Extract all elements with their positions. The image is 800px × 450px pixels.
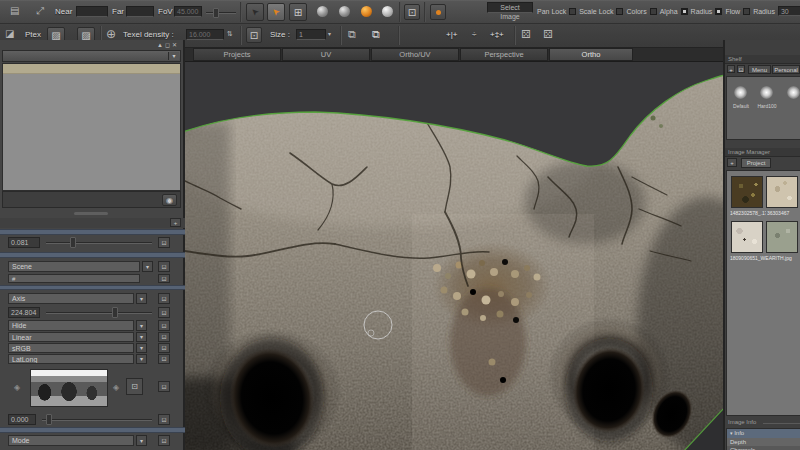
alpha-checkbox[interactable] <box>681 8 688 15</box>
radius-lock-checkbox[interactable] <box>715 8 722 15</box>
select-tool-button[interactable]: ➤ <box>246 3 264 21</box>
slider2-value[interactable]: 224.804 <box>8 307 40 318</box>
reset-button[interactable]: ⊡ <box>158 307 170 318</box>
size-box-button[interactable]: ⊡ <box>246 27 262 43</box>
colors-checkbox[interactable] <box>650 8 657 15</box>
reset-button[interactable]: ⊡ <box>158 343 170 353</box>
jitter-dice-dot-icon[interactable]: ⚄ <box>543 28 553 41</box>
info-row-info[interactable]: ▾ Info <box>727 429 800 438</box>
measure-icon[interactable]: ⤢ <box>36 5 44 17</box>
reset-button[interactable]: ⊡ <box>158 332 170 342</box>
shading-sphere-4-button[interactable] <box>382 6 393 17</box>
linear-dropdown[interactable]: Linear <box>8 332 134 342</box>
shading-sphere-2-button[interactable] <box>339 6 350 17</box>
reset-button[interactable]: ⊡ <box>158 261 170 272</box>
radius-value-field[interactable]: 30 <box>778 6 800 16</box>
reset-button[interactable]: ⊡ <box>158 293 170 304</box>
roller-icon[interactable]: ◪ <box>5 28 14 39</box>
symmetry-xy-icon[interactable]: +‡+ <box>490 30 504 40</box>
copy-icon[interactable]: ⧉ <box>348 28 356 41</box>
selected-list-item[interactable] <box>3 64 180 74</box>
tab-ortho-uv[interactable]: Ortho/UV <box>371 48 459 61</box>
image-thumbnail-4[interactable] <box>766 221 798 253</box>
symmetry-x-icon[interactable]: +|+ <box>446 30 457 40</box>
layer-selector-dropdown[interactable]: ▾ <box>2 50 181 62</box>
add-button[interactable]: + <box>170 218 181 227</box>
srgb-dropdown[interactable]: sRGB <box>8 343 134 353</box>
image-thumbnail-1[interactable] <box>731 176 763 208</box>
spinner-icon[interactable]: ⇅ <box>227 30 233 38</box>
next-arrow-icon[interactable]: ◈ <box>113 383 119 392</box>
info-row-channels[interactable]: Channels <box>727 446 800 450</box>
shelf-tab-personal[interactable]: Personal <box>772 65 800 74</box>
brush-extra[interactable] <box>787 86 800 99</box>
chevron-down-icon[interactable]: ▾ <box>168 52 179 60</box>
layer-list[interactable] <box>2 63 181 191</box>
fov-slider-track[interactable] <box>206 12 236 14</box>
select-image-button[interactable]: Select Image <box>487 2 533 13</box>
latlong-dropdown[interactable]: LatLong <box>8 354 134 364</box>
paint-tool-button[interactable]: ➤ <box>267 3 285 21</box>
square-tool-button[interactable]: ⊡ <box>404 4 420 20</box>
slider3-handle[interactable] <box>46 414 52 425</box>
image-manager-tab-project[interactable]: Project <box>741 158 771 168</box>
slider2-track[interactable] <box>46 312 152 314</box>
info-row-depth[interactable]: Depth <box>727 438 800 446</box>
paste-icon[interactable]: ⧉ <box>372 28 380 41</box>
panel-tool-button[interactable]: ⊞ <box>289 3 307 21</box>
chevron-down-icon[interactable]: ▾ <box>136 320 147 331</box>
image-thumbnail-2[interactable] <box>766 176 798 208</box>
fov-slider-handle[interactable] <box>213 8 219 18</box>
jitter-dice-icon[interactable]: ⚄ <box>521 28 531 41</box>
texel-density-field[interactable]: 16.000 <box>186 29 224 40</box>
reset-button[interactable]: ⊡ <box>158 237 170 248</box>
palette-window-controls[interactable]: ▲◻✕ <box>157 41 179 48</box>
pan-lock-checkbox[interactable] <box>569 8 576 15</box>
environment-map-thumbnail[interactable] <box>30 369 108 407</box>
shelf-pin-button[interactable]: ⊡ <box>737 65 745 73</box>
shelf-tab-menu[interactable]: Menu <box>748 65 771 74</box>
chevron-down-icon[interactable]: ▾ <box>136 293 147 304</box>
chevron-down-icon[interactable]: ▾ <box>136 435 147 446</box>
close-icon[interactable]: ✕ <box>172 42 179 48</box>
slider2-handle[interactable] <box>112 307 118 318</box>
prev-arrow-icon[interactable]: ◈ <box>14 383 20 392</box>
reset-button[interactable]: ⊡ <box>158 320 170 331</box>
brush-default[interactable] <box>734 86 747 99</box>
far-input[interactable] <box>126 6 154 17</box>
scene-dropdown[interactable]: Scene <box>8 261 140 272</box>
slider3-track[interactable] <box>42 419 152 421</box>
maximize-icon[interactable]: ◻ <box>165 42 172 48</box>
shading-sphere-orange-button[interactable] <box>361 6 372 17</box>
file-icon[interactable]: ▤ <box>10 5 19 16</box>
slider1-handle[interactable] <box>70 237 76 248</box>
flow-checkbox[interactable] <box>743 8 750 15</box>
viewport-canvas[interactable] <box>185 62 723 450</box>
scale-lock-checkbox[interactable] <box>616 8 623 15</box>
shading-sphere-1-button[interactable] <box>317 6 328 17</box>
tab-ortho[interactable]: Ortho <box>549 48 633 61</box>
symmetry-y-icon[interactable]: ÷ <box>472 30 476 40</box>
reset-button[interactable]: ⊡ <box>158 414 170 425</box>
minimize-icon[interactable]: ▲ <box>157 42 165 48</box>
env-load-button[interactable]: ⊡ <box>126 378 143 395</box>
hash-field[interactable]: # <box>8 274 140 283</box>
size-dropdown[interactable]: 1 <box>296 29 326 40</box>
brush-hard[interactable] <box>760 86 773 99</box>
chevron-down-icon[interactable]: ▾ <box>142 261 153 272</box>
chevron-down-icon[interactable]: ▾ <box>136 354 147 364</box>
mode-dropdown[interactable]: Mode <box>8 435 134 446</box>
slider3-value[interactable]: 0.000 <box>8 414 36 425</box>
reset-button[interactable]: ⊡ <box>158 435 170 446</box>
shelf-add-button[interactable]: + <box>727 65 735 73</box>
reset-button[interactable]: ⊡ <box>158 354 170 364</box>
dropdown-arrow-icon[interactable]: ▾ <box>328 30 331 37</box>
chevron-down-icon[interactable]: ▾ <box>136 343 147 353</box>
tab-perspective[interactable]: Perspective <box>460 48 548 61</box>
tab-projects[interactable]: Projects <box>193 48 281 61</box>
reset-button[interactable]: ⊡ <box>158 381 170 392</box>
tab-uv[interactable]: UV <box>282 48 370 61</box>
fov-value-field[interactable]: 45.000 <box>174 6 202 17</box>
slider1-value[interactable]: 0.081 <box>8 237 40 248</box>
image-manager-add-button[interactable]: + <box>727 158 737 167</box>
